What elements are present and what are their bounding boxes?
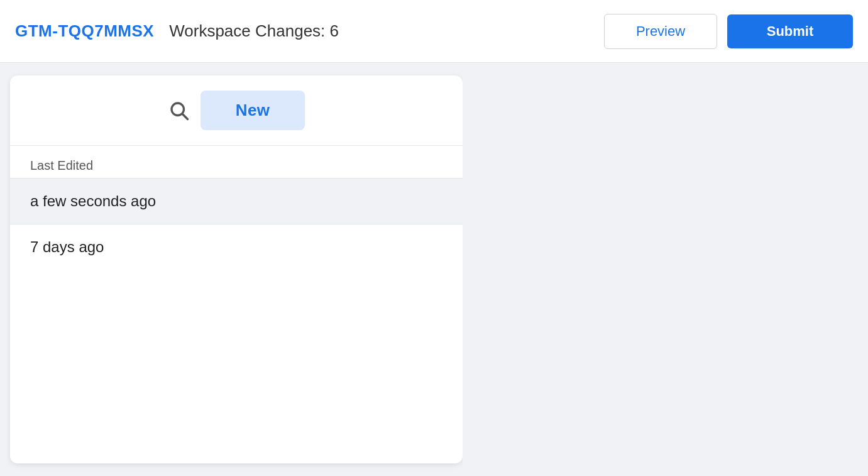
list-item-text: 7 days ago <box>30 238 104 255</box>
workspace-id[interactable]: GTM-TQQ7MMSX <box>15 21 154 41</box>
left-panel: New Last Edited a few seconds ago 7 days… <box>10 75 463 463</box>
svg-line-1 <box>182 114 187 119</box>
section-label: Last Edited <box>10 146 463 178</box>
preview-button[interactable]: Preview <box>604 14 717 49</box>
panel-top: New <box>10 75 463 145</box>
search-icon[interactable] <box>168 99 190 122</box>
list-item-text: a few seconds ago <box>30 192 156 209</box>
list-item[interactable]: 7 days ago <box>10 224 463 270</box>
header: GTM-TQQ7MMSX Workspace Changes: 6 Previe… <box>0 0 868 63</box>
header-actions: Preview Submit <box>604 14 853 49</box>
right-area <box>463 63 868 476</box>
main-area: New Last Edited a few seconds ago 7 days… <box>0 63 868 476</box>
submit-button[interactable]: Submit <box>727 14 853 48</box>
new-button[interactable]: New <box>201 91 305 130</box>
workspace-changes: Workspace Changes: 6 <box>169 21 604 41</box>
list-item[interactable]: a few seconds ago <box>10 179 463 224</box>
